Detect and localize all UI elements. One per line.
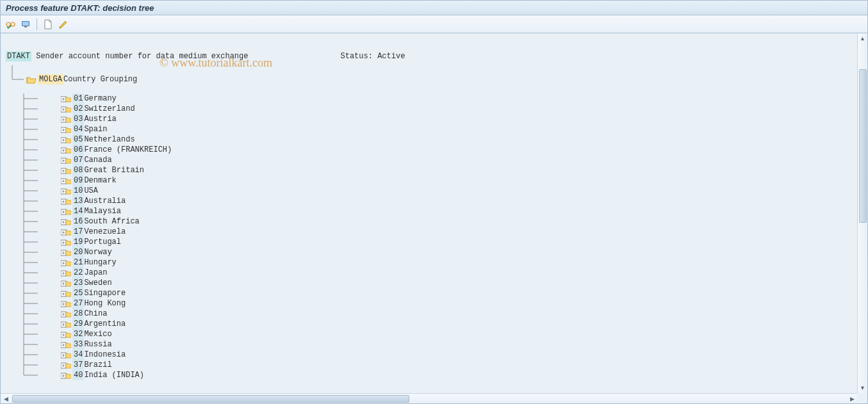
item-code: 20 [72, 247, 84, 257]
tree-item[interactable]: 06 France (FRANKREICH) [39, 145, 852, 155]
expand-folder-icon[interactable] [61, 321, 70, 328]
svg-point-1 [11, 22, 15, 26]
tree-item[interactable]: 33 Russia [39, 339, 852, 350]
item-label: Mexico [84, 329, 111, 339]
item-code: 06 [72, 145, 84, 155]
tree-item[interactable]: 28 China [39, 309, 852, 319]
expand-folder-icon[interactable] [61, 311, 70, 318]
tree-item[interactable]: 17 Venezuela [39, 227, 852, 237]
expand-folder-icon[interactable] [61, 157, 70, 164]
tree-item[interactable]: 10 USA [39, 186, 852, 196]
tree-content: DTAKT Sender account number for data med… [1, 33, 857, 393]
item-code: 34 [72, 350, 84, 360]
tree-item[interactable]: 34 Indonesia [39, 350, 852, 360]
scroll-right-icon[interactable]: ▶ [847, 394, 857, 403]
expand-folder-icon[interactable] [61, 249, 70, 256]
tree-item[interactable]: 22 Japan [39, 268, 852, 278]
tree-item[interactable]: 08 Great Britain [39, 165, 852, 175]
expand-folder-icon[interactable] [61, 259, 70, 266]
item-code: 25 [72, 288, 84, 298]
expand-folder-icon[interactable] [61, 372, 70, 379]
item-label: Singapore [84, 288, 126, 298]
tree-item[interactable]: 13 Australia [39, 196, 852, 206]
tree-item[interactable]: 09 Denmark [39, 175, 852, 186]
item-code: 10 [72, 186, 84, 196]
scroll-thumb-h[interactable] [12, 395, 409, 403]
tree-item[interactable]: 02 Switzerland [39, 104, 852, 114]
tree-item[interactable]: 14 Malaysia [39, 206, 852, 216]
tree-item[interactable]: 29 Argentina [39, 319, 852, 329]
scrollbar-corner [857, 393, 867, 403]
expand-folder-icon[interactable] [61, 188, 70, 195]
item-code: 33 [72, 339, 84, 350]
expand-folder-icon[interactable] [61, 208, 70, 215]
item-label: Norway [84, 247, 111, 257]
tree-item[interactable]: 40 India (INDIA) [39, 370, 852, 380]
expand-folder-icon[interactable] [61, 136, 70, 143]
tree-item[interactable]: 20 Norway [39, 247, 852, 257]
expand-folder-icon[interactable] [61, 126, 70, 133]
expand-folder-icon[interactable] [61, 362, 70, 369]
tree-item[interactable]: 21 Hungary [39, 257, 852, 268]
tree-item[interactable]: 27 Hong Kong [39, 298, 852, 309]
tree-item[interactable]: 32 Mexico [39, 329, 852, 339]
tree-item[interactable]: 25 Singapore [39, 288, 852, 298]
content-wrapper: © www.tutorialkart.com DTAKT Sender acco… [0, 33, 868, 404]
item-label: Argentina [84, 319, 126, 329]
tree-item[interactable]: 19 Portugal [39, 237, 852, 247]
svg-point-0 [6, 22, 10, 26]
expand-folder-icon[interactable] [61, 218, 70, 225]
item-label: Hungary [84, 257, 116, 268]
expand-folder-icon[interactable] [61, 270, 70, 277]
item-code: 04 [72, 124, 84, 134]
grouping-node[interactable]: MOLGA Country Grouping [17, 74, 852, 85]
item-code: 23 [72, 278, 84, 288]
tree-item[interactable]: 37 Brazil [39, 360, 852, 370]
status-value: Active [377, 51, 405, 61]
expand-folder-icon[interactable] [61, 116, 70, 123]
expand-folder-icon[interactable] [61, 198, 70, 205]
vertical-scrollbar[interactable]: ▲ ▼ [857, 33, 867, 393]
tree-item[interactable]: 16 South Africa [39, 216, 852, 227]
grouping-id: MOLGA [38, 74, 63, 85]
tree-item[interactable]: 07 Canada [39, 155, 852, 165]
expand-folder-icon[interactable] [61, 300, 70, 307]
item-label: Indonesia [84, 350, 126, 360]
item-label: Portugal [84, 237, 121, 247]
edit-button[interactable] [56, 17, 70, 31]
tree-connector-icon [6, 65, 24, 85]
tree-item[interactable]: 03 Austria [39, 114, 852, 124]
tree-item[interactable]: 23 Sweden [39, 278, 852, 288]
expand-folder-icon[interactable] [61, 177, 70, 184]
scroll-thumb-v[interactable] [859, 69, 867, 223]
item-label: South Africa [84, 216, 139, 227]
expand-folder-icon[interactable] [61, 167, 70, 174]
scroll-left-icon[interactable]: ◀ [1, 394, 11, 403]
item-label: Switzerland [84, 104, 135, 114]
expand-folder-icon[interactable] [61, 331, 70, 338]
expand-folder-icon[interactable] [61, 280, 70, 287]
scroll-up-icon[interactable]: ▲ [858, 33, 867, 44]
create-button[interactable] [41, 17, 55, 31]
scroll-down-icon[interactable]: ▼ [858, 383, 867, 393]
item-label: Denmark [84, 175, 116, 186]
item-label: India (INDIA) [84, 370, 144, 380]
expand-folder-icon[interactable] [61, 147, 70, 154]
expand-folder-icon[interactable] [61, 341, 70, 348]
tree-item[interactable]: 01 Germany [39, 93, 852, 104]
expand-folder-icon[interactable] [61, 95, 70, 102]
expand-folder-icon[interactable] [61, 351, 70, 359]
item-label: Sweden [84, 278, 111, 288]
tree-item[interactable]: 04 Spain [39, 124, 852, 134]
horizontal-scrollbar[interactable]: ◀ ▶ [1, 393, 857, 403]
expand-folder-icon[interactable] [61, 229, 70, 236]
tree-item[interactable]: 05 Netherlands [39, 134, 852, 145]
expand-folder-icon[interactable] [61, 106, 70, 113]
expand-folder-icon[interactable] [61, 239, 70, 246]
display-button[interactable] [19, 17, 33, 31]
expand-folder-icon[interactable] [61, 290, 70, 297]
window-title: Process feature DTAKT: decision tree [6, 3, 154, 13]
root-node[interactable]: DTAKT Sender account number for data med… [6, 51, 852, 61]
item-label: Venezuela [84, 227, 126, 237]
glasses-check-button[interactable] [3, 17, 17, 31]
